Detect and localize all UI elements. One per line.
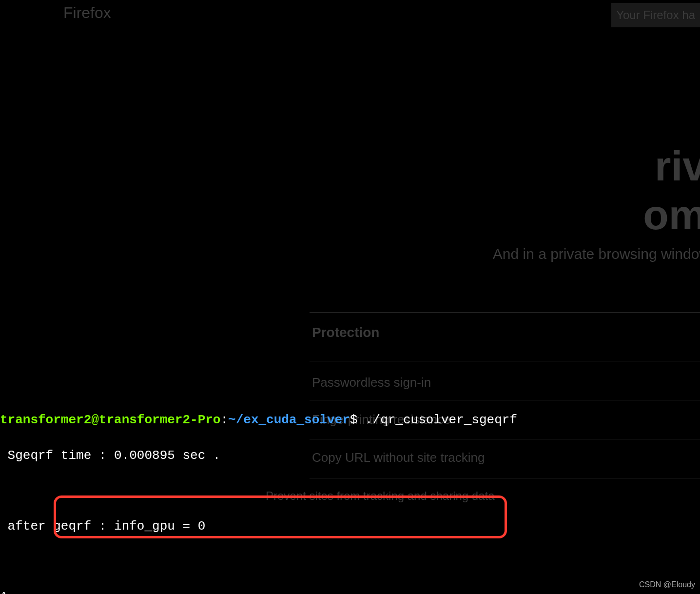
- ghost-privacy-text-1: riva: [655, 137, 700, 195]
- ghost-passwordless-text: Passwordless sign-in: [312, 374, 431, 391]
- time-output: Sgeqrf time : 0.000895 sec .: [0, 447, 700, 464]
- blank-line: [0, 482, 700, 500]
- command-text: ./qr_cusolver_sgeqrf: [365, 413, 517, 427]
- prompt-separator: :: [220, 413, 228, 427]
- terminal-output[interactable]: transformer2@transformer2-Pro:~/ex_cuda_…: [0, 391, 700, 594]
- ghost-firefox-notification: Your Firefox ha: [611, 3, 700, 27]
- prompt-path: ~/ex_cuda_solver: [228, 413, 350, 427]
- matrix-a-header: A =: [0, 588, 700, 594]
- ghost-protection-text: Protection: [312, 323, 379, 342]
- ghost-divider: [310, 312, 700, 313]
- watermark-text: CSDN @Eloudy: [639, 579, 695, 590]
- prompt-dollar: $: [350, 413, 358, 427]
- prompt-line: transformer2@transformer2-Pro:~/ex_cuda_…: [0, 411, 700, 429]
- ghost-privacy-text-2: ome: [643, 185, 700, 244]
- blank-line: [0, 553, 700, 571]
- ghost-private-window-text: And in a private browsing window: [493, 244, 700, 264]
- info-output: after geqrf : info_gpu = 0: [0, 517, 700, 535]
- ghost-divider: [310, 361, 700, 361]
- ghost-firefox-label: Firefox: [63, 2, 111, 24]
- prompt-user-host: transformer2@transformer2-Pro: [0, 413, 220, 427]
